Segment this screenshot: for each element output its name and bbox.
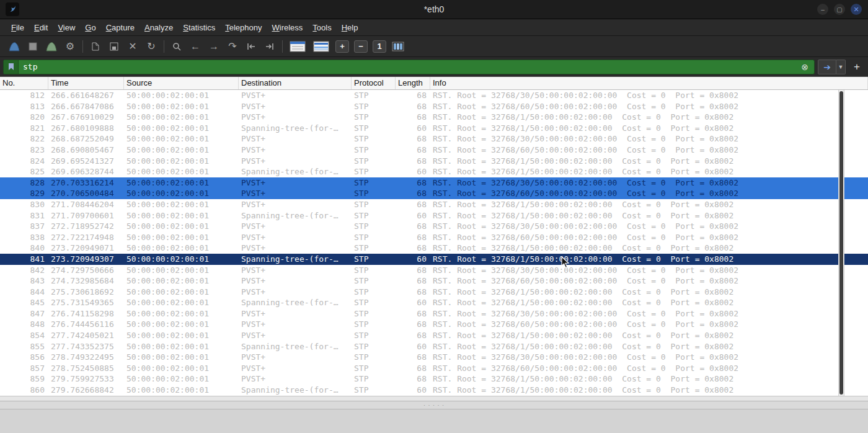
cell-time: 272.718952742 bbox=[48, 221, 124, 232]
packet-row[interactable]: 824 269.695241327 50:00:00:02:00:01 PVST… bbox=[0, 156, 868, 167]
packet-row[interactable]: 831 271.709700601 50:00:00:02:00:01 Span… bbox=[0, 210, 868, 221]
packet-row[interactable]: 856 278.749322495 50:00:00:02:00:01 PVST… bbox=[0, 352, 868, 363]
cell-destination: PVST+ bbox=[239, 232, 352, 243]
packet-row[interactable]: 821 267.680109888 50:00:00:02:00:01 Span… bbox=[0, 123, 868, 134]
menu-file[interactable]: File bbox=[6, 23, 29, 32]
find-packet-icon[interactable] bbox=[167, 38, 186, 55]
packet-row[interactable]: 848 276.744456116 50:00:00:02:00:01 PVST… bbox=[0, 319, 868, 330]
packet-row[interactable]: 823 268.690805467 50:00:00:02:00:01 PVST… bbox=[0, 145, 868, 156]
packet-row[interactable]: 860 279.762668842 50:00:00:02:00:01 Span… bbox=[0, 385, 868, 396]
cell-destination: PVST+ bbox=[239, 308, 352, 319]
packet-row[interactable]: 843 274.732985684 50:00:00:02:00:01 PVST… bbox=[0, 275, 868, 287]
cell-length: 68 bbox=[396, 287, 430, 298]
menu-analyze[interactable]: Analyze bbox=[140, 23, 178, 32]
horizontal-scrollbar[interactable] bbox=[0, 396, 868, 401]
menu-tools[interactable]: Tools bbox=[308, 23, 336, 32]
packet-row[interactable]: 847 276.741158298 50:00:00:02:00:01 PVST… bbox=[0, 308, 868, 319]
display-filter-input[interactable]: stp ⊗ bbox=[3, 60, 815, 74]
cell-time: 274.732985684 bbox=[48, 275, 124, 287]
column-header-no[interactable]: No. bbox=[0, 77, 48, 89]
cell-time: 275.731549365 bbox=[48, 297, 124, 308]
capture-stop-icon[interactable] bbox=[24, 38, 42, 55]
menu-capture[interactable]: Capture bbox=[101, 23, 140, 32]
packet-row[interactable]: 841 273.720949307 50:00:00:02:00:01 Span… bbox=[0, 254, 868, 265]
vertical-scrollbar[interactable] bbox=[838, 90, 844, 396]
packet-row[interactable]: 813 266.667847086 50:00:00:02:00:01 PVST… bbox=[0, 101, 868, 112]
close-file-icon[interactable]: ✕ bbox=[123, 38, 142, 55]
packet-row[interactable]: 838 272.722174948 50:00:00:02:00:01 PVST… bbox=[0, 232, 868, 243]
packet-row[interactable]: 855 277.743352375 50:00:00:02:00:01 Span… bbox=[0, 341, 868, 352]
save-file-icon[interactable] bbox=[105, 38, 123, 55]
resize-columns-icon[interactable] bbox=[389, 38, 407, 55]
packet-row[interactable]: 845 275.731549365 50:00:00:02:00:01 Span… bbox=[0, 297, 868, 308]
packet-row[interactable]: 859 279.759927533 50:00:00:02:00:01 PVST… bbox=[0, 373, 868, 385]
minimize-button[interactable]: – bbox=[817, 4, 828, 15]
column-header-protocol[interactable]: Protocol bbox=[352, 77, 396, 89]
go-back-icon[interactable]: ← bbox=[186, 38, 205, 55]
cell-info: RST. Root = 32768/1/50:00:00:02:00:00 Co… bbox=[430, 210, 868, 221]
go-to-packet-icon[interactable]: ↷ bbox=[223, 38, 242, 55]
cell-destination: PVST+ bbox=[239, 287, 352, 298]
packet-row[interactable]: 854 277.742405021 50:00:00:02:00:01 PVST… bbox=[0, 330, 868, 341]
cell-source: 50:00:00:02:00:01 bbox=[124, 123, 239, 134]
cell-time: 270.706500484 bbox=[48, 188, 124, 199]
zoom-in-icon[interactable]: + bbox=[333, 38, 352, 55]
packet-row[interactable]: 822 268.687252049 50:00:00:02:00:01 PVST… bbox=[0, 133, 868, 145]
packet-row[interactable]: 840 273.720949071 50:00:00:02:00:01 PVST… bbox=[0, 243, 868, 254]
capture-options-icon[interactable]: ⚙ bbox=[61, 38, 79, 55]
go-forward-icon[interactable]: → bbox=[205, 38, 223, 55]
menu-statistics[interactable]: Statistics bbox=[178, 23, 220, 32]
menu-view[interactable]: View bbox=[53, 23, 80, 32]
column-header-destination[interactable]: Destination bbox=[239, 77, 352, 89]
previous-packet-icon[interactable] bbox=[242, 38, 260, 55]
cell-info: RST. Root = 32768/60/50:00:00:02:00:00 C… bbox=[430, 145, 868, 156]
zoom-out-icon[interactable]: − bbox=[352, 38, 370, 55]
filter-clear-icon[interactable]: ⊗ bbox=[795, 62, 814, 72]
packet-row[interactable]: 844 275.730618692 50:00:00:02:00:01 PVST… bbox=[0, 287, 868, 298]
next-packet-icon[interactable] bbox=[260, 38, 279, 55]
capture-restart-icon[interactable] bbox=[42, 38, 61, 55]
capture-start-icon[interactable] bbox=[5, 38, 24, 55]
packet-row[interactable]: 828 270.703316214 50:00:00:02:00:01 PVST… bbox=[0, 177, 868, 189]
cell-source: 50:00:00:02:00:01 bbox=[124, 133, 239, 145]
pane-splitter[interactable]: · · · · · bbox=[0, 401, 868, 409]
reload-icon[interactable]: ↻ bbox=[142, 38, 161, 55]
menu-help[interactable]: Help bbox=[337, 23, 363, 32]
cell-protocol: STP bbox=[352, 90, 396, 101]
column-header-info[interactable]: Info bbox=[430, 77, 868, 89]
colorize-icon[interactable] bbox=[309, 38, 333, 55]
column-header-length[interactable]: Length bbox=[396, 77, 430, 89]
scrollbar-thumb[interactable] bbox=[839, 91, 843, 395]
packet-row[interactable]: 837 272.718952742 50:00:00:02:00:01 PVST… bbox=[0, 221, 868, 232]
packet-row[interactable]: 820 267.676910029 50:00:00:02:00:01 PVST… bbox=[0, 112, 868, 123]
column-header-source[interactable]: Source bbox=[124, 77, 239, 89]
cell-destination: Spanning-tree-(for-… bbox=[239, 123, 352, 134]
cell-protocol: STP bbox=[352, 308, 396, 319]
cell-info: RST. Root = 32768/30/50:00:00:02:00:00 C… bbox=[430, 177, 868, 189]
packet-row[interactable]: 857 278.752450885 50:00:00:02:00:01 PVST… bbox=[0, 363, 868, 374]
cell-info: RST. Root = 32768/1/50:00:00:02:00:00 Co… bbox=[430, 373, 868, 385]
packet-row[interactable]: 812 266.661648267 50:00:00:02:00:01 PVST… bbox=[0, 90, 868, 101]
column-header-time[interactable]: Time bbox=[48, 77, 124, 89]
add-filter-button[interactable]: + bbox=[849, 61, 865, 73]
filter-apply-button[interactable]: ➔ bbox=[818, 60, 836, 74]
filter-value[interactable]: stp bbox=[19, 62, 795, 71]
menu-telephony[interactable]: Telephony bbox=[220, 23, 267, 32]
packet-row[interactable]: 829 270.706500484 50:00:00:02:00:01 PVST… bbox=[0, 188, 868, 199]
packet-row[interactable]: 842 274.729750666 50:00:00:02:00:01 PVST… bbox=[0, 265, 868, 276]
packet-row[interactable]: 830 271.708446204 50:00:00:02:00:01 PVST… bbox=[0, 199, 868, 210]
menu-go[interactable]: Go bbox=[80, 23, 100, 32]
close-button[interactable]: ✕ bbox=[851, 4, 862, 15]
maximize-button[interactable]: ▢ bbox=[834, 4, 845, 15]
menu-wireless[interactable]: Wireless bbox=[267, 23, 308, 32]
splitter-handle[interactable]: · · · · · bbox=[423, 402, 445, 408]
cell-info: RST. Root = 32768/1/50:00:00:02:00:00 Co… bbox=[430, 112, 868, 123]
cell-length: 68 bbox=[396, 308, 430, 319]
menu-edit[interactable]: Edit bbox=[29, 23, 53, 32]
auto-scroll-icon[interactable] bbox=[286, 38, 309, 55]
packet-row[interactable]: 825 269.696328744 50:00:00:02:00:01 Span… bbox=[0, 166, 868, 177]
filter-dropdown-icon[interactable]: ▼ bbox=[836, 60, 846, 74]
normal-size-icon[interactable]: 1 bbox=[370, 38, 389, 55]
filter-bookmark-icon[interactable] bbox=[4, 60, 19, 74]
open-file-icon[interactable] bbox=[86, 38, 105, 55]
